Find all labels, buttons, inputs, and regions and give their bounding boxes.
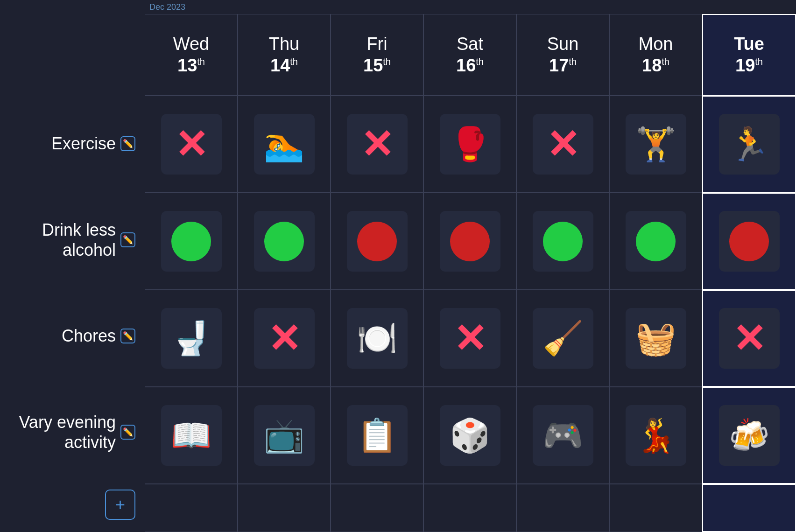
days-header: Wed 13th Thu 14th Fri 15th Sat 16th Sun … (145, 14, 796, 96)
exercise-mon[interactable]: 🏋️ (609, 96, 702, 193)
drink-thu[interactable] (238, 193, 331, 290)
main-container: Exercise ✏️ Drink lessalcohol ✏️ Chores … (0, 0, 796, 532)
habit-label-exercise: Exercise ✏️ (0, 96, 145, 192)
run-icon: 🏃 (729, 125, 769, 163)
edit-vary-button[interactable]: ✏️ (120, 425, 135, 440)
drink-sat[interactable] (423, 193, 516, 290)
chores-sat-cell[interactable]: ✕ (440, 308, 500, 369)
dance-icon: 💃 (635, 416, 676, 455)
vary-sat[interactable]: 🎲 (423, 387, 516, 484)
vary-sun[interactable]: 🎮 (516, 387, 609, 484)
vary-sun-cell[interactable]: 🎮 (533, 405, 593, 466)
edit-chores-button[interactable]: ✏️ (120, 329, 135, 343)
drink-sun-cell[interactable] (533, 211, 593, 272)
exercise-fri-cell[interactable]: ✕ (347, 114, 408, 175)
month-label: Dec 2023 (149, 2, 185, 12)
chores-tue[interactable]: ✕ (702, 290, 796, 387)
drink-mon-cell[interactable] (626, 211, 686, 272)
habit-label-vary: Vary eveningactivity ✏️ (0, 384, 145, 480)
red-dot (450, 222, 490, 261)
chores-mon[interactable]: 🧺 (609, 290, 702, 387)
edit-drink-button[interactable]: ✏️ (120, 232, 135, 247)
green-dot (264, 222, 304, 261)
vary-row: 📖 📺 📋 🎲 🎮 (145, 387, 796, 484)
exercise-sun-cell[interactable]: ✕ (533, 114, 593, 175)
vary-fri[interactable]: 📋 (331, 387, 423, 484)
drink-fri-cell[interactable] (347, 211, 408, 272)
vary-thu-cell[interactable]: 📺 (254, 405, 315, 466)
dice-icon: 🎲 (450, 416, 490, 455)
drink-sat-cell[interactable] (440, 211, 500, 272)
habit-name-vary: Vary eveningactivity (19, 412, 116, 452)
drink-tue[interactable] (702, 193, 796, 290)
chores-sun-cell[interactable]: 🧹 (533, 308, 593, 369)
vary-mon[interactable]: 💃 (609, 387, 702, 484)
exercise-row: ✕ 🏊 ✕ 🥊 ✕ (145, 96, 796, 193)
empty-cell-sat (423, 484, 516, 532)
day-col-wed: Wed 13th (145, 14, 238, 96)
vary-tue-cell[interactable]: 🍻 (719, 405, 780, 466)
grid-area: Dec 2023 Wed 13th Thu 14th Fri 15th Sat … (145, 0, 796, 532)
exercise-mon-cell[interactable]: 🏋️ (626, 114, 686, 175)
add-habit-button[interactable]: + (105, 490, 135, 520)
edit-exercise-button[interactable]: ✏️ (120, 136, 135, 151)
vary-tue[interactable]: 🍻 (702, 387, 796, 484)
drink-thu-cell[interactable] (254, 211, 315, 272)
toilet-icon: 🚽 (171, 319, 211, 357)
drink-row (145, 193, 796, 290)
exercise-wed[interactable]: ✕ (145, 96, 238, 193)
vary-wed[interactable]: 📖 (145, 387, 238, 484)
chores-tue-cell[interactable]: ✕ (719, 308, 780, 369)
green-dot (171, 222, 211, 261)
exercise-sun[interactable]: ✕ (516, 96, 609, 193)
weightlift-icon: 🏋️ (635, 125, 676, 163)
chores-wed[interactable]: 🚽 (145, 290, 238, 387)
exercise-wed-cell[interactable]: ✕ (161, 114, 222, 175)
vary-wed-cell[interactable]: 📖 (161, 405, 222, 466)
chores-mon-cell[interactable]: 🧺 (626, 308, 686, 369)
exercise-sat[interactable]: 🥊 (423, 96, 516, 193)
sidebar: Exercise ✏️ Drink lessalcohol ✏️ Chores … (0, 0, 145, 532)
green-dot (636, 222, 676, 261)
chores-sat[interactable]: ✕ (423, 290, 516, 387)
empty-cell-tue (702, 484, 796, 532)
day-col-fri: Fri 15th (331, 14, 423, 96)
drink-sun[interactable] (516, 193, 609, 290)
exercise-tue-cell[interactable]: 🏃 (719, 114, 780, 175)
vary-fri-cell[interactable]: 📋 (347, 405, 408, 466)
x-icon: ✕ (733, 319, 766, 358)
chores-thu-cell[interactable]: ✕ (254, 308, 315, 369)
drink-wed[interactable] (145, 193, 238, 290)
vary-mon-cell[interactable]: 💃 (626, 405, 686, 466)
chores-wed-cell[interactable]: 🚽 (161, 308, 222, 369)
habit-label-chores: Chores ✏️ (0, 288, 145, 384)
month-header: Dec 2023 (145, 0, 796, 14)
vary-sat-cell[interactable]: 🎲 (440, 405, 500, 466)
drink-tue-cell[interactable] (719, 211, 780, 272)
exercise-thu-cell[interactable]: 🏊 (254, 114, 315, 175)
x-icon: ✕ (360, 125, 394, 164)
drink-mon[interactable] (609, 193, 702, 290)
drink-fri[interactable] (331, 193, 423, 290)
habit-name-drink: Drink lessalcohol (42, 220, 116, 260)
beer-icon: 🍻 (729, 416, 769, 455)
tv-icon: 📺 (264, 416, 304, 455)
habit-name-exercise: Exercise (51, 134, 116, 154)
chores-sun[interactable]: 🧹 (516, 290, 609, 387)
chores-fri-cell[interactable]: 🍽️ (347, 308, 408, 369)
chores-fri[interactable]: 🍽️ (331, 290, 423, 387)
exercise-tue[interactable]: 🏃 (702, 96, 796, 193)
empty-cell-wed (145, 484, 238, 532)
empty-cell-fri (331, 484, 423, 532)
exercise-sat-cell[interactable]: 🥊 (440, 114, 500, 175)
day-col-sun: Sun 17th (516, 14, 609, 96)
day-col-thu: Thu 14th (238, 14, 331, 96)
empty-cell-thu (238, 484, 331, 532)
chores-thu[interactable]: ✕ (238, 290, 331, 387)
x-icon: ✕ (546, 125, 579, 164)
drink-wed-cell[interactable] (161, 211, 222, 272)
exercise-thu[interactable]: 🏊 (238, 96, 331, 193)
vary-thu[interactable]: 📺 (238, 387, 331, 484)
dinner-icon: 🍽️ (357, 319, 397, 357)
exercise-fri[interactable]: ✕ (331, 96, 423, 193)
